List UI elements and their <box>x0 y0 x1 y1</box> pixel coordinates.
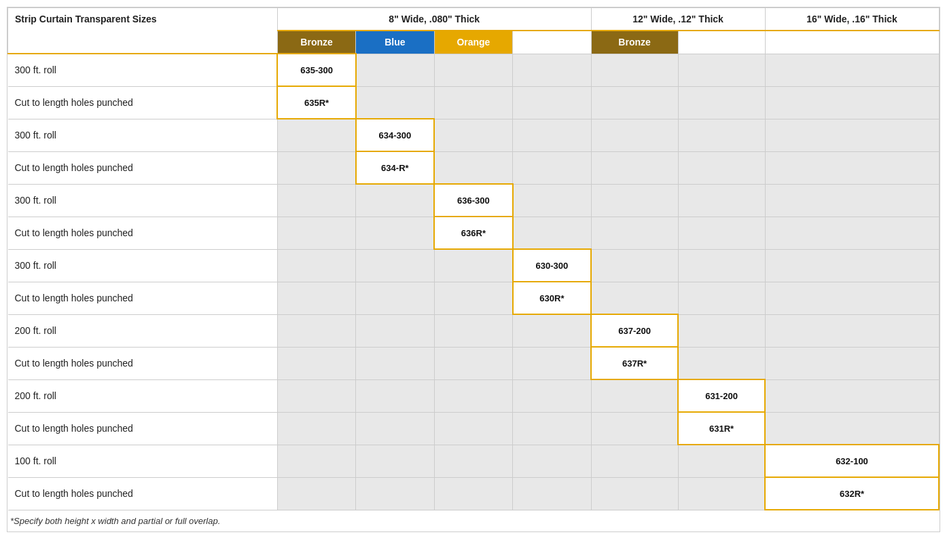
cell-empty <box>765 119 939 151</box>
cell-empty <box>678 86 765 119</box>
table-row: 300 ft. roll635-300 <box>8 54 940 86</box>
cell-value: 636-300 <box>434 184 513 217</box>
color-header-0: Bronze <box>277 31 355 54</box>
row-label: 200 ft. roll <box>8 314 278 347</box>
cell-empty <box>678 249 765 282</box>
color-header-1: Blue <box>356 31 434 54</box>
cell-empty <box>513 54 591 86</box>
cell-empty <box>513 445 591 477</box>
table-row: 200 ft. roll631-200 <box>8 379 940 412</box>
row-label: Cut to length holes punched <box>8 151 278 184</box>
cell-empty <box>513 86 591 119</box>
cell-empty <box>434 119 513 151</box>
cell-empty <box>678 151 765 184</box>
row-label: Cut to length holes punched <box>8 282 278 314</box>
cell-empty <box>434 249 513 282</box>
cell-empty <box>513 217 591 249</box>
cell-empty <box>434 282 513 314</box>
row-label: 200 ft. roll <box>8 379 278 412</box>
cell-empty <box>277 282 355 314</box>
table-row: Cut to length holes punched634-R* <box>8 151 940 184</box>
cell-empty <box>678 477 765 510</box>
color-header-3: Clear <box>513 31 591 54</box>
cell-value: 630-300 <box>513 249 591 282</box>
table-row: 300 ft. roll630-300 <box>8 249 940 282</box>
cell-empty <box>591 54 678 86</box>
color-header-6: Clear <box>765 31 939 54</box>
table-row: 100 ft. roll632-100 <box>8 445 940 477</box>
cell-empty <box>277 412 355 445</box>
cell-empty <box>765 151 939 184</box>
cell-empty <box>591 119 678 151</box>
cell-value: 637R* <box>591 347 678 379</box>
cell-value: 636R* <box>434 217 513 249</box>
row-label: 300 ft. roll <box>8 184 278 217</box>
cell-empty <box>678 217 765 249</box>
cell-empty <box>678 184 765 217</box>
cell-empty <box>356 86 434 119</box>
cell-value: 632-100 <box>765 445 939 477</box>
cell-empty <box>356 282 434 314</box>
cell-empty <box>591 379 678 412</box>
col-group-1: 12" Wide, .12" Thick <box>591 8 765 31</box>
cell-empty <box>765 217 939 249</box>
cell-value: 635-300 <box>277 54 355 86</box>
cell-empty <box>277 217 355 249</box>
cell-empty <box>434 477 513 510</box>
table-row: 300 ft. roll634-300 <box>8 119 940 151</box>
color-header-2: Orange <box>434 31 513 54</box>
cell-empty <box>513 184 591 217</box>
cell-empty <box>513 477 591 510</box>
color-header-4: Bronze <box>591 31 678 54</box>
cell-empty <box>591 151 678 184</box>
footnote: *Specify both height x width and partial… <box>7 510 940 531</box>
row-label: Cut to length holes punched <box>8 347 278 379</box>
cell-empty <box>765 379 939 412</box>
col-group-2: 16" Wide, .16" Thick <box>765 8 939 31</box>
cell-empty <box>678 314 765 347</box>
cell-empty <box>434 347 513 379</box>
cell-empty <box>277 445 355 477</box>
cell-value: 632R* <box>765 477 939 510</box>
product-table: Strip Curtain Transparent Sizes 8" Wide,… <box>7 7 940 510</box>
cell-empty <box>277 151 355 184</box>
cell-empty <box>765 282 939 314</box>
row-label: Cut to length holes punched <box>8 477 278 510</box>
table-row: Cut to length holes punched631R* <box>8 412 940 445</box>
cell-empty <box>434 54 513 86</box>
cell-empty <box>356 217 434 249</box>
cell-value: 631R* <box>678 412 765 445</box>
row-label: Cut to length holes punched <box>8 217 278 249</box>
cell-value: 630R* <box>513 282 591 314</box>
cell-empty <box>277 184 355 217</box>
row-label: Cut to length holes punched <box>8 86 278 119</box>
cell-empty <box>678 282 765 314</box>
cell-empty <box>591 412 678 445</box>
row-label: 300 ft. roll <box>8 54 278 86</box>
table-title: Strip Curtain Transparent Sizes <box>8 8 278 54</box>
cell-empty <box>678 119 765 151</box>
cell-empty <box>277 119 355 151</box>
cell-empty <box>591 184 678 217</box>
cell-empty <box>277 249 355 282</box>
cell-value: 634-R* <box>356 151 434 184</box>
cell-empty <box>356 314 434 347</box>
cell-empty <box>513 119 591 151</box>
col-group-0: 8" Wide, .080" Thick <box>277 8 591 31</box>
cell-empty <box>434 379 513 412</box>
cell-empty <box>434 314 513 347</box>
cell-empty <box>513 379 591 412</box>
cell-value: 635R* <box>277 86 355 119</box>
row-label: 300 ft. roll <box>8 119 278 151</box>
cell-value: 637-200 <box>591 314 678 347</box>
cell-empty <box>591 86 678 119</box>
table-row: Cut to length holes punched637R* <box>8 347 940 379</box>
cell-empty <box>591 249 678 282</box>
cell-value: 634-300 <box>356 119 434 151</box>
color-header-5: Clear <box>678 31 765 54</box>
main-table-wrapper: Strip Curtain Transparent Sizes 8" Wide,… <box>7 7 940 532</box>
cell-empty <box>277 314 355 347</box>
cell-empty <box>356 54 434 86</box>
table-row: Cut to length holes punched636R* <box>8 217 940 249</box>
table-body: 300 ft. roll635-300Cut to length holes p… <box>8 54 940 510</box>
